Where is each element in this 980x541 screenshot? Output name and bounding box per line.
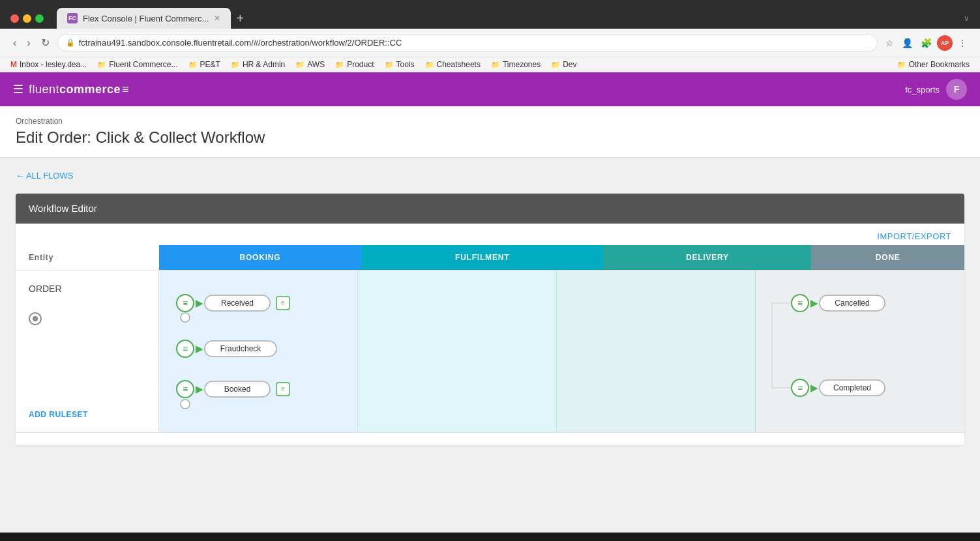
svg-text:Cancelled: Cancelled — [835, 299, 869, 308]
extension-avatar[interactable]: AP — [937, 35, 953, 51]
svg-text:≡: ≡ — [183, 384, 188, 394]
svg-point-7 — [181, 313, 190, 322]
editor-body: IMPORT/EXPORT Entity BOOKING FULFILMENT … — [16, 224, 964, 445]
svg-text:Booked: Booked — [224, 385, 251, 394]
bookmark-dev[interactable]: 📁 Dev — [551, 60, 576, 69]
bottom-bar — [16, 432, 964, 445]
tab-close-button[interactable]: ✕ — [214, 14, 220, 23]
svg-text:Completed: Completed — [833, 383, 871, 392]
svg-text:▶: ▶ — [196, 344, 203, 354]
profile-icon[interactable]: 👤 — [899, 35, 915, 51]
url-text: fctrainau491.sandbox.console.fluentretai… — [79, 38, 402, 48]
fraudcheck-node-group: ≡ ▶ Fraudcheck — [177, 340, 276, 357]
hamburger-menu[interactable]: ☰ — [13, 82, 23, 96]
svg-text:≡: ≡ — [183, 344, 188, 354]
bookmark-peat-label: PE&T — [200, 60, 220, 69]
new-tab-button[interactable]: + — [231, 8, 249, 29]
bookmark-inbox-label: Inbox - lesley.dea... — [20, 60, 87, 69]
bookmark-star-icon[interactable]: ☆ — [883, 35, 897, 51]
app-header: ☰ fluentcommerce≡ fc_sports F — [0, 72, 980, 106]
other-bookmarks[interactable]: 📁 Other Bookmarks — [897, 60, 970, 69]
bookmark-fluent[interactable]: 📁 Fluent Commerce... — [97, 60, 177, 69]
bookmark-hr[interactable]: 📁 HR & Admin — [231, 60, 285, 69]
start-node-inner — [33, 316, 38, 321]
booked-node-group: ≡ ▶ Booked ≡ — [177, 381, 290, 409]
bookmark-dev-label: Dev — [563, 60, 576, 69]
window-controls: ∨ — [964, 14, 970, 23]
svg-text:▶: ▶ — [810, 383, 818, 393]
bookmark-peat[interactable]: 📁 PE&T — [188, 60, 220, 69]
svg-text:Fraudcheck: Fraudcheck — [220, 344, 262, 353]
import-export-link[interactable]: IMPORT/EXPORT — [877, 231, 951, 241]
reload-button[interactable]: ↻ — [38, 34, 52, 51]
bookmarks-bar: M Inbox - lesley.dea... 📁 Fluent Commerc… — [0, 57, 980, 72]
editor-header: Workflow Editor — [16, 194, 964, 224]
bookmark-timezones[interactable]: 📁 Timezones — [491, 60, 541, 69]
bookmark-timezones-label: Timezones — [503, 60, 541, 69]
booking-workflow-svg: ≡ ▶ Received ≡ — [172, 284, 342, 414]
bookmark-aws-label: AWS — [307, 60, 325, 69]
page-body: ← ALL FLOWS Workflow Editor IMPORT/EXPOR… — [0, 158, 980, 533]
received-node-group: ≡ ▶ Received ≡ — [177, 295, 290, 322]
traffic-light-yellow[interactable] — [23, 14, 31, 23]
forward-button[interactable]: › — [24, 35, 33, 51]
workflow-editor: Workflow Editor IMPORT/EXPORT Entity BOO… — [16, 194, 964, 445]
user-avatar[interactable]: F — [946, 79, 967, 100]
bookmark-inbox[interactable]: M Inbox - lesley.dea... — [10, 60, 87, 69]
import-export-container: IMPORT/EXPORT — [16, 224, 964, 245]
page-header: Orchestration Edit Order: Click & Collec… — [0, 106, 980, 158]
col-header-fulfilment: FULFILMENT — [361, 245, 603, 270]
delivery-cell — [557, 270, 756, 432]
bookmark-tools-label: Tools — [396, 60, 415, 69]
col-header-done: DONE — [811, 245, 964, 270]
done-cell: ≡ ▶ Cancelled ≡ ▶ Completed — [756, 270, 964, 432]
bookmark-product-label: Product — [347, 60, 374, 69]
add-ruleset-link[interactable]: ADD RULESET — [29, 410, 145, 419]
svg-text:Received: Received — [221, 299, 254, 308]
done-workflow-svg: ≡ ▶ Cancelled ≡ ▶ Completed — [769, 284, 951, 414]
booking-cell: ≡ ▶ Received ≡ — [159, 270, 358, 432]
bookmark-cheatsheets-label: Cheatsheets — [437, 60, 481, 69]
page-title: Edit Order: Click & Collect Workflow — [16, 128, 964, 147]
fulfilment-cell — [358, 270, 557, 432]
workflow-table: Entity BOOKING FULFILMENT DELIVERY DONE — [16, 245, 964, 270]
entity-label: ORDER — [29, 284, 145, 294]
svg-text:≡: ≡ — [281, 299, 285, 306]
lock-icon: 🔒 — [66, 38, 75, 47]
bookmark-aws[interactable]: 📁 AWS — [295, 60, 325, 69]
svg-text:≡: ≡ — [183, 298, 188, 308]
svg-text:≡: ≡ — [281, 385, 285, 392]
bookmark-tools[interactable]: 📁 Tools — [385, 60, 415, 69]
username-label: fc_sports — [905, 85, 940, 95]
bookmark-hr-label: HR & Admin — [243, 60, 285, 69]
bookmark-product[interactable]: 📁 Product — [335, 60, 374, 69]
traffic-light-red[interactable] — [10, 14, 19, 23]
menu-dots-icon[interactable]: ⋮ — [955, 35, 970, 51]
svg-text:▶: ▶ — [196, 298, 203, 308]
entity-cell: ORDER ADD RULESET — [16, 270, 159, 432]
bookmark-fluent-label: Fluent Commerce... — [109, 60, 177, 69]
active-tab[interactable]: FC Flex Console | Fluent Commerc... ✕ — [57, 8, 231, 29]
extension-puzzle-icon[interactable]: 🧩 — [918, 35, 934, 51]
svg-text:▶: ▶ — [196, 384, 203, 394]
editor-title: Workflow Editor — [29, 203, 97, 214]
svg-point-20 — [181, 400, 190, 409]
tab-favicon: FC — [67, 13, 78, 23]
back-button[interactable]: ‹ — [10, 35, 19, 51]
svg-text:≡: ≡ — [797, 298, 803, 308]
breadcrumb: Orchestration — [16, 117, 964, 126]
app-logo-text: fluentcommerce≡ — [29, 83, 129, 96]
svg-text:▶: ▶ — [810, 298, 818, 308]
bookmark-cheatsheets[interactable]: 📁 Cheatsheets — [425, 60, 481, 69]
back-to-flows-link[interactable]: ← ALL FLOWS — [16, 171, 964, 181]
col-header-entity: Entity — [16, 245, 159, 270]
col-header-booking: BOOKING — [159, 245, 361, 270]
start-node — [29, 312, 42, 325]
tab-title: Flex Console | Fluent Commerc... — [83, 14, 209, 23]
traffic-light-green[interactable] — [35, 14, 44, 23]
col-header-delivery: DELIVERY — [603, 245, 811, 270]
other-bookmarks-label: Other Bookmarks — [909, 60, 970, 69]
address-bar[interactable]: 🔒 fctrainau491.sandbox.console.fluentret… — [57, 34, 878, 51]
svg-text:≡: ≡ — [797, 383, 803, 393]
